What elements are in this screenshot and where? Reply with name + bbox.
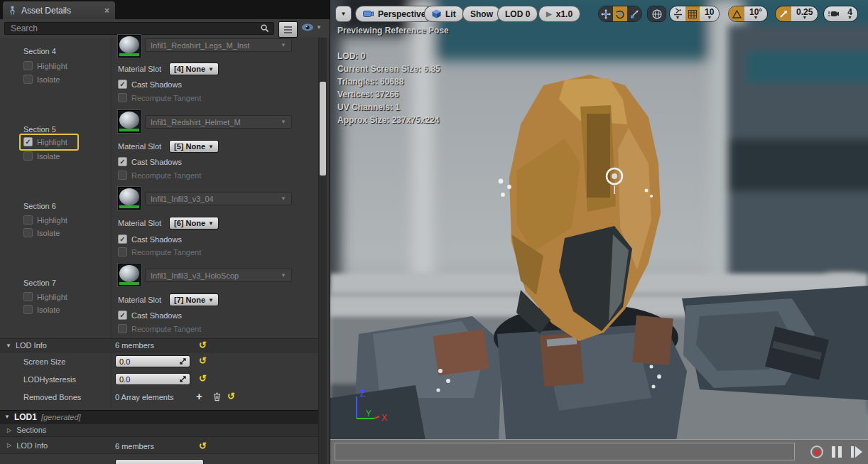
search-input[interactable]: [9, 23, 261, 34]
lodhysteresis-input[interactable]: 0.0: [115, 373, 190, 385]
world-local-space-button[interactable]: [647, 6, 666, 22]
axis-y-label: Y: [366, 409, 371, 419]
checkbox-unchecked[interactable]: [23, 61, 33, 70]
reset-to-default-icon[interactable]: ↺: [227, 392, 235, 401]
material-slot-combo[interactable]: [7] None▼: [169, 293, 219, 306]
lod1-sections-row[interactable]: ▷ Sections: [0, 423, 318, 437]
regenerate-lod-button-clipped[interactable]: [115, 459, 204, 464]
scale-tool-button[interactable]: [627, 6, 641, 21]
material-slot-combo[interactable]: [5] None▼: [169, 140, 219, 153]
show-menu-button[interactable]: Show: [462, 6, 501, 22]
visibility-filter-button[interactable]: ▼: [301, 23, 322, 31]
chevron-down-icon: ▼: [341, 11, 347, 17]
reset-to-default-icon[interactable]: ↺: [199, 357, 207, 365]
checkbox-unchecked[interactable]: [118, 171, 127, 180]
section-4-highlight[interactable]: Highlight: [23, 60, 67, 71]
checkbox-unchecked[interactable]: [23, 228, 33, 237]
checkbox-checked[interactable]: ✓: [23, 137, 33, 146]
scale-snap-group: 0.25 ▼: [775, 6, 818, 22]
checkbox-unchecked[interactable]: [118, 324, 127, 333]
section-7-isolate[interactable]: Isolate: [23, 304, 60, 315]
step-forward-button[interactable]: [851, 446, 862, 458]
viewport-options-button[interactable]: ▼: [335, 6, 352, 22]
section-6-isolate[interactable]: Isolate: [23, 227, 60, 238]
tab-bar: Asset Details ×: [0, 0, 330, 19]
cast-shadows-row[interactable]: ✓Cast Shadows: [118, 156, 182, 167]
tab-asset-details[interactable]: Asset Details ×: [3, 1, 115, 19]
rotation-snap-value[interactable]: 10° ▼: [744, 6, 767, 21]
camera-speed-button[interactable]: [824, 6, 842, 21]
material-dropdown[interactable]: Infil1_Infil3_v3_04▼: [145, 192, 292, 205]
checkbox-checked[interactable]: ✓: [118, 234, 127, 244]
rotate-tool-button-active[interactable]: [613, 6, 627, 21]
cast-shadows-row[interactable]: ✓Cast Shadows: [118, 79, 182, 90]
reset-to-default-icon[interactable]: ↺: [199, 374, 207, 383]
preview-viewport[interactable]: ▼ Perspective Lit Show LOD 0 ▶ x1.0: [330, 0, 868, 464]
checkbox-checked[interactable]: ✓: [118, 157, 127, 166]
section-4-isolate[interactable]: Isolate: [23, 74, 60, 85]
material-thumbnail[interactable]: [118, 187, 141, 210]
recompute-tangent-row[interactable]: Recompute Tangent: [118, 247, 201, 257]
lod1-lod-info-row[interactable]: ▷ LOD Info: [0, 437, 318, 454]
recompute-tangent-row[interactable]: Recompute Tangent: [118, 170, 201, 180]
section-5-highlight[interactable]: ✓Highlight: [23, 136, 67, 147]
trash-icon[interactable]: [213, 392, 221, 401]
material-dropdown[interactable]: Infil1_Redshirt_Helmet_M▼: [145, 115, 292, 129]
grid-snap-toggle-active[interactable]: [685, 6, 700, 21]
checkbox-unchecked[interactable]: [118, 93, 127, 102]
search-box[interactable]: [4, 22, 274, 35]
saved-indicator: [119, 129, 139, 131]
perspective-button[interactable]: Perspective: [355, 6, 433, 22]
cast-shadows-row[interactable]: ✓Cast Shadows: [118, 310, 182, 320]
drag-multiplier-icon: [180, 376, 186, 382]
material-thumbnail[interactable]: [118, 35, 141, 58]
scrollbar-track[interactable]: [318, 38, 327, 464]
scale-snap-toggle-active[interactable]: [776, 6, 791, 21]
checkbox-unchecked[interactable]: [23, 75, 33, 84]
transform-tools-group: [598, 6, 642, 22]
camera-speed-value[interactable]: 4 ▼: [842, 6, 857, 21]
reset-to-default-icon[interactable]: ↺: [199, 442, 207, 450]
material-thumbnail[interactable]: [118, 110, 141, 133]
pause-button[interactable]: [832, 446, 842, 458]
scale-snap-value[interactable]: 0.25 ▼: [791, 6, 818, 21]
translate-tool-button[interactable]: [599, 6, 613, 21]
lit-mode-button[interactable]: Lit: [424, 6, 464, 22]
grid-snap-value[interactable]: 10 ▼: [700, 6, 719, 21]
recompute-tangent-row[interactable]: Recompute Tangent: [118, 92, 201, 103]
checkbox-unchecked[interactable]: [23, 305, 33, 314]
checkbox-unchecked[interactable]: [23, 292, 33, 301]
recompute-tangent-row[interactable]: Recompute Tangent: [118, 323, 201, 334]
checkbox-checked[interactable]: ✓: [118, 80, 127, 89]
scrollbar-thumb[interactable]: [320, 82, 326, 176]
checkbox-unchecked[interactable]: [23, 151, 33, 161]
cast-shadows-row[interactable]: ✓Cast Shadows: [118, 234, 182, 244]
reset-to-default-icon[interactable]: ↺: [199, 341, 207, 350]
checkbox-unchecked[interactable]: [23, 215, 33, 225]
lod1-header[interactable]: ▼ LOD1 [generated]: [0, 410, 318, 423]
material-dropdown[interactable]: Infil1_Redshirt_Legs_M_Inst▼: [145, 38, 292, 52]
playback-speed-button[interactable]: ▶ x1.0: [538, 6, 580, 22]
timeline-scrubber[interactable]: [335, 443, 795, 460]
section-7-highlight[interactable]: Highlight: [23, 291, 67, 302]
tab-close-icon[interactable]: ×: [104, 6, 109, 16]
section-6-highlight[interactable]: Highlight: [23, 215, 67, 225]
add-element-icon[interactable]: +: [196, 390, 202, 402]
material-slot-combo[interactable]: [4] None▼: [169, 63, 219, 75]
lod-info-header[interactable]: ▼ LOD Info: [0, 338, 324, 352]
view-options-grid-button[interactable]: [278, 21, 298, 38]
rotation-snap-toggle-active[interactable]: [729, 6, 744, 21]
record-button[interactable]: [810, 446, 823, 458]
material-thumbnail[interactable]: [118, 264, 141, 286]
surface-snap-button[interactable]: ▼: [670, 6, 685, 21]
material-dropdown[interactable]: Infil1_Infil3_v3_HoloScop▼: [145, 269, 292, 282]
material-slot-combo[interactable]: [6] None▼: [169, 217, 219, 230]
section-5-isolate[interactable]: Isolate: [23, 151, 60, 161]
screen-size-input[interactable]: 0.0: [115, 355, 190, 367]
checkbox-checked[interactable]: ✓: [118, 311, 127, 320]
stat-lod: LOD: 0: [337, 51, 449, 61]
step-triangle-icon: [855, 446, 862, 458]
search-icon: [261, 24, 269, 33]
lod-selector-button[interactable]: LOD 0: [497, 6, 538, 22]
checkbox-unchecked[interactable]: [118, 247, 127, 257]
